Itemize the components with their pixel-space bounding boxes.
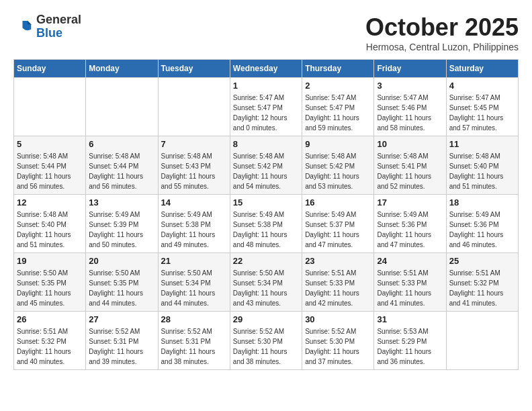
calendar-cell: 27Sunrise: 5:52 AMSunset: 5:31 PMDayligh… <box>86 312 158 370</box>
calendar-cell: 17Sunrise: 5:49 AMSunset: 5:36 PMDayligh… <box>374 195 446 253</box>
calendar-cell: 11Sunrise: 5:48 AMSunset: 5:40 PMDayligh… <box>446 136 518 195</box>
day-number: 16 <box>305 197 371 208</box>
calendar-cell: 9Sunrise: 5:48 AMSunset: 5:42 PMDaylight… <box>302 136 374 195</box>
title-block: October 2025 Hermosa, Central Luzon, Phi… <box>365 13 519 52</box>
day-number: 26 <box>17 314 83 324</box>
calendar-cell: 18Sunrise: 5:49 AMSunset: 5:36 PMDayligh… <box>446 195 518 253</box>
calendar-cell: 13Sunrise: 5:49 AMSunset: 5:39 PMDayligh… <box>86 195 158 253</box>
weekday-header-wednesday: Wednesday <box>230 60 302 78</box>
logo-icon <box>13 17 34 37</box>
logo: General Blue <box>13 13 81 40</box>
calendar-cell: 16Sunrise: 5:49 AMSunset: 5:37 PMDayligh… <box>302 195 374 253</box>
day-number: 12 <box>17 197 83 208</box>
calendar-cell: 19Sunrise: 5:50 AMSunset: 5:35 PMDayligh… <box>14 253 86 312</box>
weekday-header-tuesday: Tuesday <box>158 60 230 78</box>
day-info: Sunrise: 5:48 AMSunset: 5:41 PMDaylight:… <box>377 151 443 191</box>
calendar-week-row: 12Sunrise: 5:48 AMSunset: 5:40 PMDayligh… <box>14 195 519 253</box>
day-info: Sunrise: 5:48 AMSunset: 5:44 PMDaylight:… <box>17 151 83 191</box>
calendar-cell: 1Sunrise: 5:47 AMSunset: 5:47 PMDaylight… <box>230 78 302 136</box>
day-number: 28 <box>161 314 227 324</box>
day-number: 14 <box>161 197 227 208</box>
day-info: Sunrise: 5:51 AMSunset: 5:32 PMDaylight:… <box>17 326 83 367</box>
day-number: 6 <box>89 139 154 149</box>
calendar-week-row: 26Sunrise: 5:51 AMSunset: 5:32 PMDayligh… <box>14 312 519 370</box>
weekday-header-saturday: Saturday <box>446 60 518 78</box>
day-number: 29 <box>233 314 299 324</box>
logo-text: General Blue <box>36 13 81 40</box>
day-info: Sunrise: 5:48 AMSunset: 5:40 PMDaylight:… <box>17 210 83 250</box>
day-info: Sunrise: 5:47 AMSunset: 5:45 PMDaylight:… <box>449 93 515 133</box>
calendar-cell: 12Sunrise: 5:48 AMSunset: 5:40 PMDayligh… <box>14 195 86 253</box>
day-info: Sunrise: 5:47 AMSunset: 5:47 PMDaylight:… <box>233 93 299 133</box>
day-number: 25 <box>449 256 515 266</box>
day-number: 1 <box>233 81 299 91</box>
day-number: 31 <box>377 314 443 324</box>
day-info: Sunrise: 5:50 AMSunset: 5:34 PMDaylight:… <box>161 268 227 308</box>
calendar-cell <box>158 78 230 136</box>
day-info: Sunrise: 5:48 AMSunset: 5:43 PMDaylight:… <box>161 151 227 191</box>
calendar-cell: 2Sunrise: 5:47 AMSunset: 5:47 PMDaylight… <box>302 78 374 136</box>
calendar-cell: 23Sunrise: 5:51 AMSunset: 5:33 PMDayligh… <box>302 253 374 312</box>
calendar-cell: 20Sunrise: 5:50 AMSunset: 5:35 PMDayligh… <box>86 253 158 312</box>
day-number: 30 <box>305 314 371 324</box>
day-number: 18 <box>449 197 515 208</box>
calendar-cell: 7Sunrise: 5:48 AMSunset: 5:43 PMDaylight… <box>158 136 230 195</box>
day-number: 22 <box>233 256 299 266</box>
day-info: Sunrise: 5:48 AMSunset: 5:42 PMDaylight:… <box>233 151 299 191</box>
day-number: 7 <box>161 139 227 149</box>
weekday-header-friday: Friday <box>374 60 446 78</box>
day-number: 11 <box>449 139 515 149</box>
day-number: 13 <box>89 197 154 208</box>
calendar-cell: 28Sunrise: 5:52 AMSunset: 5:31 PMDayligh… <box>158 312 230 370</box>
calendar-cell: 6Sunrise: 5:48 AMSunset: 5:44 PMDaylight… <box>86 136 158 195</box>
day-number: 5 <box>17 139 83 149</box>
day-info: Sunrise: 5:49 AMSunset: 5:38 PMDaylight:… <box>233 210 299 250</box>
calendar-header-row: SundayMondayTuesdayWednesdayThursdayFrid… <box>14 60 519 78</box>
day-number: 20 <box>89 256 154 266</box>
calendar-cell: 3Sunrise: 5:47 AMSunset: 5:46 PMDaylight… <box>374 78 446 136</box>
calendar-cell: 8Sunrise: 5:48 AMSunset: 5:42 PMDaylight… <box>230 136 302 195</box>
day-info: Sunrise: 5:49 AMSunset: 5:38 PMDaylight:… <box>161 210 227 250</box>
weekday-header-thursday: Thursday <box>302 60 374 78</box>
day-info: Sunrise: 5:48 AMSunset: 5:44 PMDaylight:… <box>89 151 154 191</box>
day-info: Sunrise: 5:51 AMSunset: 5:33 PMDaylight:… <box>377 268 443 308</box>
day-number: 17 <box>377 197 443 208</box>
day-info: Sunrise: 5:53 AMSunset: 5:29 PMDaylight:… <box>377 326 443 367</box>
day-number: 3 <box>377 81 443 91</box>
calendar-cell: 21Sunrise: 5:50 AMSunset: 5:34 PMDayligh… <box>158 253 230 312</box>
location-subtitle: Hermosa, Central Luzon, Philippines <box>365 42 519 52</box>
calendar-cell: 31Sunrise: 5:53 AMSunset: 5:29 PMDayligh… <box>374 312 446 370</box>
day-info: Sunrise: 5:49 AMSunset: 5:37 PMDaylight:… <box>305 210 371 250</box>
calendar-cell: 22Sunrise: 5:50 AMSunset: 5:34 PMDayligh… <box>230 253 302 312</box>
day-info: Sunrise: 5:50 AMSunset: 5:34 PMDaylight:… <box>233 268 299 308</box>
page-header: General Blue October 2025 Hermosa, Centr… <box>13 13 519 52</box>
day-info: Sunrise: 5:47 AMSunset: 5:46 PMDaylight:… <box>377 93 443 133</box>
day-number: 21 <box>161 256 227 266</box>
calendar-week-row: 19Sunrise: 5:50 AMSunset: 5:35 PMDayligh… <box>14 253 519 312</box>
calendar-cell: 26Sunrise: 5:51 AMSunset: 5:32 PMDayligh… <box>14 312 86 370</box>
calendar-cell: 30Sunrise: 5:52 AMSunset: 5:30 PMDayligh… <box>302 312 374 370</box>
day-info: Sunrise: 5:51 AMSunset: 5:33 PMDaylight:… <box>305 268 371 308</box>
calendar-table: SundayMondayTuesdayWednesdayThursdayFrid… <box>13 59 519 370</box>
day-info: Sunrise: 5:49 AMSunset: 5:36 PMDaylight:… <box>377 210 443 250</box>
day-number: 8 <box>233 139 299 149</box>
day-info: Sunrise: 5:52 AMSunset: 5:31 PMDaylight:… <box>89 326 154 367</box>
day-info: Sunrise: 5:48 AMSunset: 5:42 PMDaylight:… <box>305 151 371 191</box>
day-info: Sunrise: 5:52 AMSunset: 5:31 PMDaylight:… <box>161 326 227 367</box>
day-number: 15 <box>233 197 299 208</box>
calendar-week-row: 5Sunrise: 5:48 AMSunset: 5:44 PMDaylight… <box>14 136 519 195</box>
calendar-cell: 25Sunrise: 5:51 AMSunset: 5:32 PMDayligh… <box>446 253 518 312</box>
weekday-header-sunday: Sunday <box>14 60 86 78</box>
day-number: 4 <box>449 81 515 91</box>
calendar-cell <box>86 78 158 136</box>
calendar-week-row: 1Sunrise: 5:47 AMSunset: 5:47 PMDaylight… <box>14 78 519 136</box>
month-title: October 2025 <box>365 13 519 42</box>
day-info: Sunrise: 5:50 AMSunset: 5:35 PMDaylight:… <box>89 268 154 308</box>
calendar-cell: 10Sunrise: 5:48 AMSunset: 5:41 PMDayligh… <box>374 136 446 195</box>
weekday-header-monday: Monday <box>86 60 158 78</box>
day-info: Sunrise: 5:48 AMSunset: 5:40 PMDaylight:… <box>449 151 515 191</box>
day-number: 10 <box>377 139 443 149</box>
day-info: Sunrise: 5:51 AMSunset: 5:32 PMDaylight:… <box>449 268 515 308</box>
day-number: 9 <box>305 139 371 149</box>
day-number: 27 <box>89 314 154 324</box>
